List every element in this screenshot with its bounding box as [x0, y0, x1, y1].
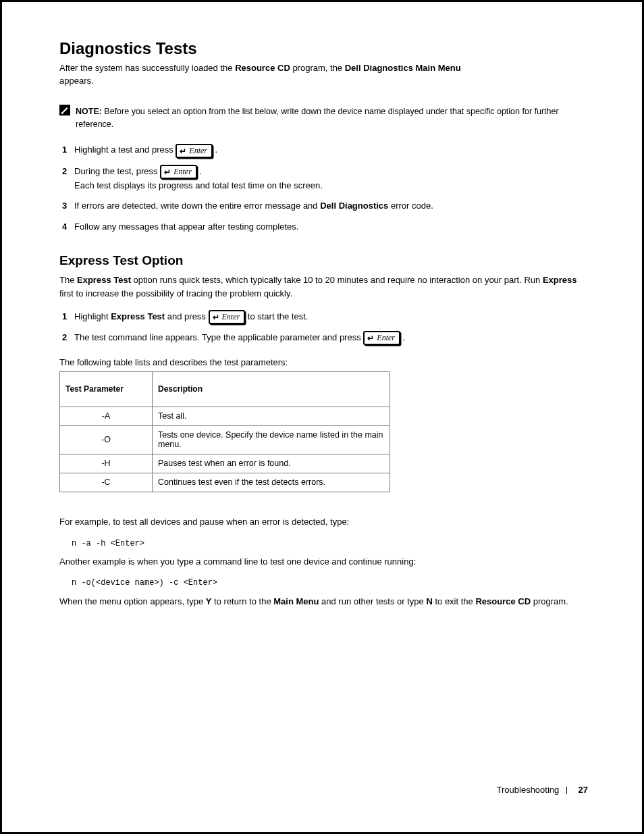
enter-label: Enter: [222, 312, 240, 321]
text: to return to the: [211, 596, 273, 606]
text: After the system has successfully loaded…: [59, 63, 235, 73]
text: to exit the: [433, 596, 476, 606]
table-caption: The following table lists and describes …: [59, 357, 588, 367]
enter-arrow-icon: ↵: [213, 313, 219, 321]
closing-line-1: For example, to test all devices and pau…: [59, 515, 588, 529]
footer-page-number: 27: [579, 785, 588, 795]
closing-line-2: Another example is when you type a comma…: [59, 555, 588, 569]
text: .: [199, 166, 202, 176]
step-4: Follow any messages that appear after te…: [62, 220, 588, 234]
text: error code.: [388, 201, 433, 211]
text-bold: Resource CD: [235, 63, 290, 73]
step-3: If errors are detected, write down the e…: [62, 199, 588, 213]
text: Highlight: [74, 311, 111, 321]
text: Highlight a test and press: [74, 145, 176, 155]
text-bold: Express: [543, 275, 577, 285]
text: .: [215, 145, 218, 155]
enter-label: Enter: [173, 167, 192, 176]
step-2: During the test, press ↵Enter . Each tes…: [62, 165, 588, 193]
paragraph-intro: After the system has successfully loaded…: [59, 62, 588, 88]
text-bold: Dell Diagnostics: [320, 201, 388, 211]
step-2b: The test command line appears. Type the …: [62, 331, 588, 345]
enter-label: Enter: [377, 333, 395, 342]
text: to start the test.: [248, 311, 308, 321]
text: The test command line appears. Type the …: [74, 332, 363, 342]
steps-list-2: Highlight Express Test and press ↵Enter …: [59, 310, 588, 345]
footer-section: Troubleshooting: [497, 785, 560, 795]
text: During the test, press: [74, 166, 160, 176]
code-example-1: n -a -h <Enter>: [72, 538, 588, 550]
note-pencil-icon: [59, 105, 70, 118]
cell-desc: Test all.: [153, 407, 390, 426]
note-label: NOTE:: [76, 107, 104, 116]
step-1b: Highlight Express Test and press ↵Enter …: [62, 310, 588, 324]
enter-key-icon: ↵Enter: [363, 331, 400, 345]
text: program, the: [290, 63, 345, 73]
enter-key-icon: ↵Enter: [209, 310, 246, 324]
table-row: -A Test all.: [60, 407, 390, 426]
closing-block: For example, to test all devices and pau…: [59, 515, 588, 608]
steps-list-1: Highlight a test and press ↵Enter . Duri…: [59, 143, 588, 234]
code-example-2: n -o(<device name>) -c <Enter>: [72, 577, 588, 590]
closing-line-3: When the menu option appears, type Y to …: [59, 595, 588, 608]
text: appears.: [59, 76, 94, 86]
heading-diagnostics: Diagnostics Tests: [59, 39, 588, 58]
text: and run other tests or type: [319, 596, 426, 606]
text: first to increase the possibility of tra…: [59, 288, 292, 298]
th-parameter: Test Parameter: [60, 372, 153, 407]
enter-key-icon: ↵Enter: [160, 165, 197, 179]
text-bold: Express Test: [111, 311, 165, 321]
th-description: Description: [153, 372, 390, 407]
enter-arrow-icon: ↵: [180, 147, 186, 155]
note-block: NOTE: Before you select an option from t…: [59, 105, 588, 132]
step-1: Highlight a test and press ↵Enter .: [62, 143, 588, 157]
text-bold: Resource CD: [475, 596, 531, 606]
parameters-table: Test Parameter Description -A Test all. …: [59, 371, 390, 492]
text: and press: [165, 311, 208, 321]
paragraph-express: The Express Test option runs quick tests…: [59, 273, 588, 301]
enter-arrow-icon: ↵: [367, 334, 374, 342]
table-row: -C Continues test even if the test detec…: [60, 473, 390, 492]
text: The: [59, 275, 77, 285]
text-bold: Dell Diagnostics Main Menu: [345, 63, 461, 73]
text: option runs quick tests, which typically…: [131, 275, 543, 285]
enter-key-icon: ↵Enter: [176, 144, 213, 158]
note-body: Before you select an option from the lis…: [76, 107, 559, 129]
cell-param: -O: [60, 426, 153, 454]
text: If errors are detected, write down the e…: [74, 201, 320, 211]
text: Follow any messages that appear after te…: [74, 221, 298, 232]
enter-arrow-icon: ↵: [164, 168, 171, 176]
cell-param: -H: [60, 454, 153, 473]
text-bold: Express Test: [77, 275, 131, 285]
cell-param: -C: [60, 473, 153, 492]
text-bold: Main Menu: [273, 596, 319, 606]
note-text: NOTE: Before you select an option from t…: [76, 105, 588, 132]
footer-separator: [566, 787, 567, 794]
cell-desc: Continues test even if the test detects …: [153, 473, 390, 492]
text-bold: N: [426, 596, 432, 606]
text: When the menu option appears, type: [59, 596, 206, 606]
cell-desc: Pauses test when an error is found.: [153, 454, 390, 473]
table-row: -O Tests one device. Specify the device …: [60, 426, 390, 454]
table-row: -H Pauses test when an error is found.: [60, 454, 390, 473]
text: .: [403, 332, 406, 342]
cell-param: -A: [60, 407, 153, 426]
text: Each test displays its progress and tota…: [74, 180, 323, 190]
page-footer: Troubleshooting 27: [497, 785, 588, 795]
text: program.: [531, 596, 568, 606]
cell-desc: Tests one device. Specify the device nam…: [153, 426, 390, 454]
enter-label: Enter: [189, 146, 207, 155]
heading-express-test: Express Test Option: [59, 253, 588, 268]
svg-rect-1: [61, 113, 63, 114]
